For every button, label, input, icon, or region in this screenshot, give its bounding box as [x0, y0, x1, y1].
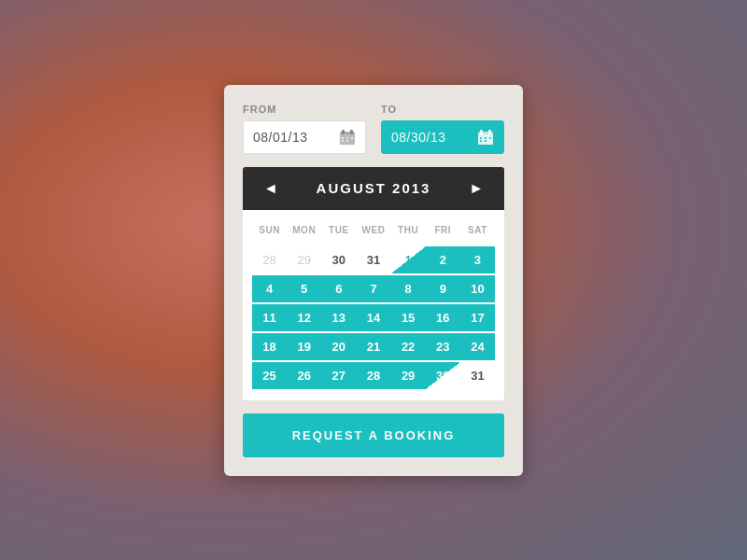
cal-day-27[interactable]: 27: [321, 362, 356, 389]
cal-day-29[interactable]: 29: [391, 362, 426, 389]
next-month-button[interactable]: ►: [463, 178, 489, 199]
to-calendar-icon: [477, 129, 494, 146]
svg-rect-16: [480, 140, 482, 142]
request-booking-button[interactable]: REQUEST A BOOKING: [243, 413, 504, 457]
day-header-mon: MON: [287, 221, 321, 239]
svg-rect-7: [342, 140, 344, 142]
day-header-wed: WED: [356, 221, 390, 239]
to-cal-svg: [478, 130, 493, 145]
to-field-group: TO 08/30/13: [381, 104, 504, 154]
svg-rect-12: [488, 130, 491, 134]
calendar-body: SUN MON TUE WED THU FRI SAT 28 29 30 31 …: [243, 210, 504, 400]
cal-day-26[interactable]: 26: [287, 362, 321, 389]
booking-widget: FROM 08/01/13: [224, 85, 523, 476]
svg-rect-4: [342, 137, 344, 139]
cal-day-16[interactable]: 16: [426, 304, 460, 331]
svg-rect-8: [346, 140, 348, 142]
to-date-value: 08/30/13: [391, 130, 446, 145]
day-header-sun: SUN: [252, 221, 287, 239]
cal-day-31[interactable]: 31: [460, 362, 495, 389]
cal-day-24[interactable]: 24: [460, 333, 495, 360]
from-cal-svg: [340, 130, 355, 145]
cal-day-11[interactable]: 11: [252, 304, 287, 331]
date-inputs-row: FROM 08/01/13: [243, 104, 504, 154]
from-date-input[interactable]: 08/01/13: [243, 120, 366, 154]
day-header-tue: TUE: [321, 221, 356, 239]
day-headers-row: SUN MON TUE WED THU FRI SAT: [252, 221, 495, 239]
svg-rect-1: [340, 134, 355, 145]
cal-day-18[interactable]: 18: [252, 333, 287, 360]
cal-day-23[interactable]: 23: [426, 333, 460, 360]
svg-rect-17: [485, 140, 486, 142]
cal-day-4[interactable]: 4: [252, 275, 287, 302]
day-header-sat: SAT: [460, 221, 495, 239]
day-header-fri: FRI: [426, 221, 460, 239]
cal-day-3[interactable]: 3: [460, 246, 495, 273]
cal-day-13[interactable]: 13: [321, 304, 356, 331]
cal-day-12[interactable]: 12: [287, 304, 321, 331]
cal-day[interactable]: 30: [321, 246, 356, 273]
cal-day-17[interactable]: 17: [460, 304, 495, 331]
cal-day-21[interactable]: 21: [356, 333, 390, 360]
cal-day-8[interactable]: 8: [391, 275, 426, 302]
cal-day-5[interactable]: 5: [287, 275, 321, 302]
cal-day-25[interactable]: 25: [252, 362, 287, 389]
svg-rect-13: [480, 137, 482, 139]
from-calendar-icon: [339, 129, 356, 146]
cal-day-15[interactable]: 15: [391, 304, 426, 331]
cal-day-10[interactable]: 10: [460, 275, 495, 302]
cal-day-28[interactable]: 28: [356, 362, 390, 389]
calendar-grid: 28 29 30 31 1 2 3 4 5 6 7 8 9 10 11 12 1…: [252, 246, 495, 389]
from-date-value: 08/01/13: [253, 130, 308, 145]
cal-day-6[interactable]: 6: [321, 275, 356, 302]
cal-day-20[interactable]: 20: [321, 333, 356, 360]
svg-rect-15: [489, 137, 491, 139]
month-title: AUGUST 2013: [317, 180, 431, 196]
cal-day-19[interactable]: 19: [287, 333, 321, 360]
svg-rect-6: [351, 137, 353, 139]
cal-day-2[interactable]: 2: [426, 246, 460, 273]
to-label: TO: [381, 104, 504, 115]
from-label: FROM: [243, 104, 366, 115]
svg-rect-3: [350, 130, 353, 134]
cal-day[interactable]: 29: [287, 246, 321, 273]
svg-rect-11: [480, 130, 483, 134]
cal-day-22[interactable]: 22: [391, 333, 426, 360]
cal-day-14[interactable]: 14: [356, 304, 390, 331]
from-field-group: FROM 08/01/13: [243, 104, 366, 154]
svg-rect-10: [478, 134, 493, 145]
cal-day-9[interactable]: 9: [426, 275, 460, 302]
cal-day[interactable]: 28: [252, 246, 287, 273]
month-header: ◄ AUGUST 2013 ►: [243, 167, 504, 210]
to-date-input[interactable]: 08/30/13: [381, 120, 504, 154]
cal-day-30[interactable]: 30: [426, 362, 460, 389]
svg-rect-2: [342, 130, 345, 134]
svg-rect-5: [346, 137, 348, 139]
svg-rect-14: [485, 137, 486, 139]
day-header-thu: THU: [391, 221, 426, 239]
cal-day[interactable]: 31: [356, 246, 390, 273]
cal-day-1[interactable]: 1: [391, 246, 426, 273]
prev-month-button[interactable]: ◄: [258, 178, 284, 199]
cal-day-7[interactable]: 7: [356, 275, 390, 302]
